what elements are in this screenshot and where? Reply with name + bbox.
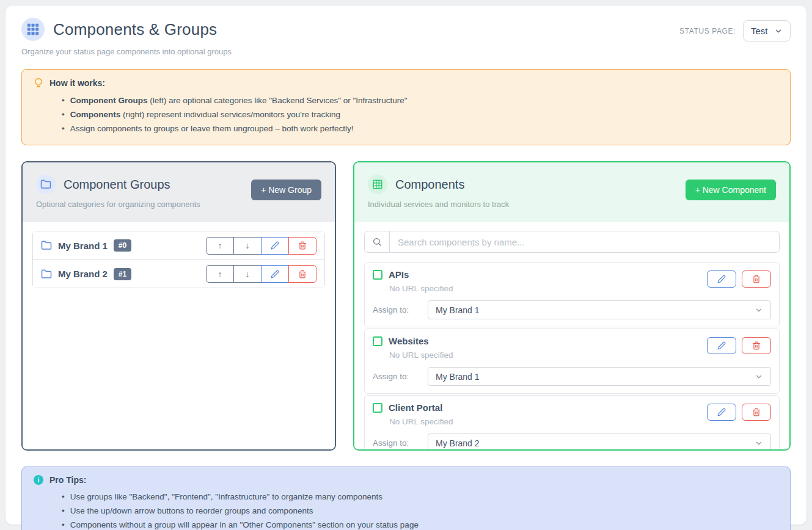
pro-tips-bullet: Components without a group will appear i… [62,518,778,530]
component-actions [707,270,771,288]
how-it-works-bullet: Component Groups (left) are optional cat… [62,93,778,107]
how-it-works-title: How it works: [49,78,105,88]
group-actions: ↑ ↓ [206,237,316,255]
assign-group-value: My Brand 2 [436,438,480,448]
grid-table-icon [368,175,387,194]
component-actions [707,337,771,354]
delete-component-button[interactable] [742,404,771,421]
bullet-text: (right) represent individual services/mo… [120,110,340,119]
pencil-icon [717,408,726,416]
component-card: APIs No URL specified [364,262,780,327]
group-order-badge: #1 [114,268,131,280]
panels-row: Component Groups Optional categories for… [21,161,791,451]
component-checkbox-icon [373,336,382,346]
move-up-button[interactable]: ↑ [206,237,234,255]
main-card: Components & Groups Organize your status… [5,5,807,525]
edit-component-button[interactable] [707,404,736,421]
component-url-note: No URL specified [389,417,453,426]
bullet-text: Use groups like "Backend", "Frontend", "… [70,492,382,501]
trash-icon [298,270,307,278]
group-list: My Brand 1 #0 ↑ ↓ [32,231,325,288]
folder-icon [36,175,56,194]
folder-icon [41,269,52,280]
how-it-works-bullet: Assign components to groups or leave the… [62,122,778,136]
pencil-icon [271,270,279,278]
components-panel-header: Components Individual services and monit… [354,162,789,222]
trash-icon [298,241,307,250]
trash-icon [752,408,761,416]
bullet-text: (left) are optional categories like "Bac… [147,96,407,105]
search-input[interactable] [390,237,779,247]
pro-tips-title: Pro Tips: [49,475,86,485]
groups-panel-body: My Brand 1 #0 ↑ ↓ [23,222,335,449]
delete-group-button[interactable] [288,237,316,255]
component-checkbox-icon [373,270,382,280]
edit-group-button[interactable] [261,237,289,255]
component-card: Client Portal No URL specified [364,395,780,451]
status-page-select[interactable]: Test [743,20,791,42]
chevron-down-icon [774,27,783,35]
new-group-button[interactable]: + New Group [251,180,321,200]
info-icon: i [34,475,43,485]
assign-group-value: My Brand 1 [436,305,480,315]
new-component-button[interactable]: + New Component [686,180,776,200]
edit-component-button[interactable] [707,337,736,354]
assign-group-select[interactable]: My Brand 2 [428,434,771,451]
pro-tips-bullet: Use groups like "Backend", "Frontend", "… [62,490,778,504]
how-it-works-bullet: Components (right) represent individual … [62,107,778,122]
groups-panel-header: Component Groups Optional categories for… [23,162,335,222]
delete-group-button[interactable] [288,265,316,283]
group-row: My Brand 2 #1 ↑ ↓ [33,260,324,288]
components-panel-title: Components [395,178,464,192]
page-title: Components & Groups [53,20,217,39]
component-checkbox-icon [373,403,382,413]
how-it-works-list: Component Groups (left) are optional cat… [62,93,778,136]
group-name: My Brand 1 [58,241,108,251]
pencil-icon [271,241,279,250]
move-down-button[interactable]: ↓ [233,265,262,283]
pro-tips-box: i Pro Tips: Use groups like "Backend", "… [21,466,791,530]
delete-component-button[interactable] [742,337,771,354]
pro-tips-list: Use groups like "Backend", "Frontend", "… [62,490,778,530]
lightbulb-icon [34,78,43,89]
page-subtitle: Organize your status page components int… [21,47,232,56]
assign-group-select[interactable]: My Brand 1 [428,367,771,386]
assign-group-value: My Brand 1 [436,372,480,382]
status-page-picker: STATUS PAGE: Test [679,20,791,42]
components-grid-app-icon [21,18,45,41]
bullet-text: Use the up/down arrow buttons to reorder… [70,506,313,515]
move-down-button[interactable]: ↓ [233,237,262,255]
component-search [364,231,780,253]
group-actions: ↑ ↓ [206,265,316,283]
pencil-icon [717,341,726,350]
folder-icon [41,240,52,251]
groups-panel-subtitle: Optional categories for organizing compo… [36,200,200,209]
search-icon [365,231,390,252]
bullet-bold-text: Components [70,110,121,119]
component-url-note: No URL specified [389,284,453,293]
status-page-select-value: Test [751,26,768,36]
delete-component-button[interactable] [742,270,771,288]
component-card: Websites No URL specified [364,329,780,394]
edit-group-button[interactable] [261,265,289,283]
pro-tips-bullet: Use the up/down arrow buttons to reorder… [62,504,778,518]
components-panel-body: APIs No URL specified [354,222,789,451]
assign-group-select[interactable]: My Brand 1 [428,300,771,319]
chevron-down-icon [755,306,763,314]
pencil-icon [717,275,726,283]
edit-component-button[interactable] [707,270,736,288]
page-header-left: Components & Groups Organize your status… [21,18,232,56]
group-order-badge: #0 [114,239,131,252]
bullet-bold-text: Component Groups [70,96,148,105]
how-it-works-box: How it works: Component Groups (left) ar… [21,69,791,145]
move-up-button[interactable]: ↑ [206,265,234,283]
bullet-text: Assign components to groups or leave the… [70,124,354,133]
assign-to-label: Assign to: [373,438,428,448]
chevron-down-icon [755,439,763,448]
trash-icon [752,275,761,283]
component-name: Websites [389,336,429,346]
assign-to-label: Assign to: [373,372,428,381]
assign-to-label: Assign to: [373,305,428,314]
bullet-text: Components without a group will appear i… [70,520,419,529]
components-panel: Components Individual services and monit… [353,161,791,451]
